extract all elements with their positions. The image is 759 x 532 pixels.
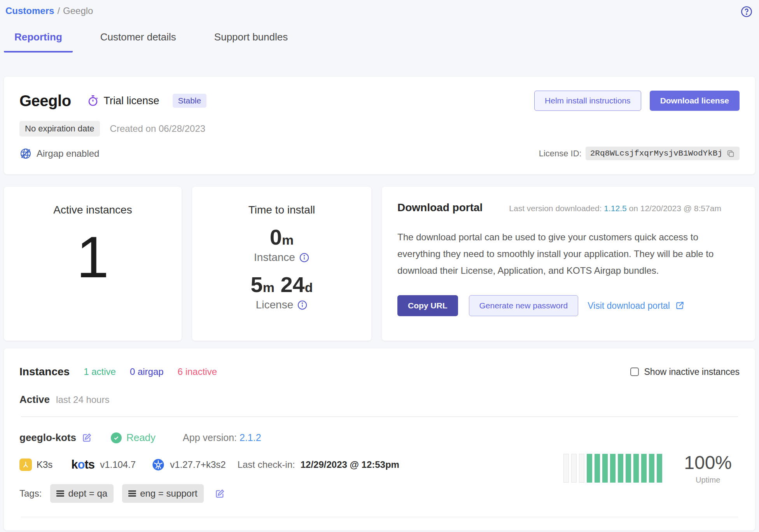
- status-text: Ready: [126, 432, 156, 444]
- uptime-value: 100%: [684, 452, 732, 473]
- active-group-title: Active: [19, 394, 50, 406]
- app-version-link[interactable]: 2.1.2: [240, 432, 261, 443]
- last-checkin-value: 12/29/2023 @ 12:53pm: [301, 459, 399, 470]
- visit-download-portal-link[interactable]: Visit download portal: [588, 301, 685, 311]
- ready-check-icon: [111, 432, 122, 443]
- tag-eng-support[interactable]: eng = support: [122, 484, 203, 503]
- license-info-icon[interactable]: [297, 300, 308, 310]
- last-version-link[interactable]: 1.12.5: [604, 204, 626, 213]
- instances-card: Instances 1 active 0 airgap 6 inactive S…: [4, 348, 755, 530]
- top-bar: Customers/Geeglo: [0, 0, 759, 18]
- tab-reporting[interactable]: Reporting: [4, 31, 73, 52]
- uptime-bar: [587, 454, 592, 483]
- kubernetes-icon: [152, 458, 164, 471]
- uptime-bar: [595, 454, 600, 483]
- show-inactive-toggle[interactable]: Show inactive instances: [630, 367, 740, 377]
- active-instances-count: 1: [77, 228, 109, 286]
- uptime-label: Uptime: [696, 476, 720, 485]
- show-inactive-label: Show inactive instances: [644, 367, 740, 377]
- uptime-bar: [657, 454, 662, 483]
- license-time-label: License: [256, 299, 294, 311]
- license-time-unit2: d: [305, 280, 313, 295]
- uptime-bar: [618, 454, 623, 483]
- last-version-suffix: on 12/20/2023 @ 8:57am: [627, 204, 721, 213]
- distribution-name: K3s: [37, 459, 52, 470]
- license-time-value2: 24: [280, 272, 304, 297]
- show-inactive-checkbox[interactable]: [630, 368, 639, 376]
- copy-url-button[interactable]: Copy URL: [397, 295, 458, 316]
- instance-info-icon[interactable]: [299, 252, 310, 263]
- active-group-range: last 24 hours: [56, 394, 109, 405]
- license-type-label: Trial license: [104, 95, 159, 107]
- uptime-bars: [563, 454, 662, 483]
- uptime-block: 100% Uptime: [563, 433, 740, 503]
- customer-summary-card: Geeglo Trial license Stable Helm install…: [4, 77, 755, 174]
- external-link-icon: [675, 301, 685, 311]
- created-date: Created on 06/28/2023: [110, 123, 206, 134]
- uptime-bar: [602, 454, 608, 483]
- active-count[interactable]: 1 active: [84, 366, 116, 377]
- tags-label: Tags:: [19, 488, 42, 499]
- instance-time-unit: m: [282, 233, 294, 247]
- uptime-bar: [626, 454, 631, 483]
- uptime-bar: [571, 454, 577, 483]
- tab-bar: Reporting Customer details Support bundl…: [0, 18, 759, 52]
- instance-name: geeglo-kots: [19, 432, 76, 444]
- instance-time-value: 0: [270, 225, 282, 249]
- last-version-downloaded: Last version downloaded: 1.12.5 on 12/20…: [509, 204, 721, 213]
- instance-install-time: 0m Instance: [254, 216, 310, 264]
- airgap-globe-icon: [19, 147, 32, 160]
- tag-bars-icon: [128, 490, 136, 497]
- tab-support-bundles[interactable]: Support bundles: [204, 31, 298, 52]
- instance-row: geeglo-kots Ready App version: 2.1.2: [19, 432, 740, 503]
- tag-bars-icon: [56, 490, 64, 497]
- breadcrumb: Customers/Geeglo: [5, 5, 93, 16]
- tag-text: eng = support: [140, 488, 197, 499]
- helm-install-instructions-button[interactable]: Helm install instructions: [534, 91, 641, 111]
- last-version-label: Last version downloaded:: [509, 204, 602, 213]
- breadcrumb-current: Geeglo: [63, 5, 93, 16]
- expiration-badge: No expiration date: [19, 121, 100, 136]
- uptime-bar: [641, 454, 647, 483]
- uptime-bar: [633, 454, 639, 483]
- tag-text: dept = qa: [68, 488, 107, 499]
- license-id-value: 2Rq8WLcsjfxqrMysjvB1WodYkBj: [590, 149, 722, 158]
- breadcrumb-customers-link[interactable]: Customers: [5, 5, 54, 16]
- trial-timer-icon: [87, 94, 99, 107]
- edit-tags-icon[interactable]: [215, 488, 225, 499]
- active-instances-card: Active instances 1: [4, 187, 182, 341]
- tag-dept-qa[interactable]: dept = qa: [50, 484, 114, 503]
- breadcrumb-separator: /: [57, 5, 60, 16]
- uptime-bar: [563, 454, 569, 483]
- download-portal-title: Download portal: [397, 201, 483, 214]
- metrics-row: Active instances 1 Time to install 0m In…: [4, 187, 755, 341]
- visit-download-portal-label: Visit download portal: [588, 301, 670, 311]
- channel-badge: Stable: [173, 94, 207, 108]
- license-time-unit1: m: [263, 280, 275, 295]
- license-install-time: 5m 24d License: [250, 264, 313, 311]
- app-version-label: App version:: [183, 432, 237, 443]
- kots-logo: kots: [71, 458, 94, 472]
- license-type: Trial license: [87, 94, 159, 107]
- edit-instance-name-icon[interactable]: [82, 432, 92, 443]
- download-license-button[interactable]: Download license: [650, 91, 740, 111]
- download-portal-description: The download portal can be used to give …: [397, 229, 740, 279]
- airgap-enabled-label: Airgap enabled: [37, 148, 99, 159]
- kots-version: v1.104.7: [100, 459, 136, 470]
- uptime-bar: [649, 454, 654, 483]
- customer-name: Geeglo: [19, 92, 71, 110]
- active-instances-title: Active instances: [53, 204, 132, 216]
- uptime-bar: [610, 454, 616, 483]
- copy-icon[interactable]: [726, 149, 735, 158]
- inactive-count[interactable]: 6 inactive: [178, 366, 217, 377]
- airgap-count[interactable]: 0 airgap: [130, 366, 164, 377]
- tab-customer-details[interactable]: Customer details: [90, 31, 187, 52]
- license-id-pill: 2Rq8WLcsjfxqrMysjvB1WodYkBj: [586, 147, 740, 160]
- k3s-icon: [19, 458, 32, 471]
- divider: [21, 416, 738, 417]
- k8s-version: v1.27.7+k3s2: [170, 459, 226, 470]
- generate-new-password-button[interactable]: Generate new password: [469, 295, 579, 316]
- status-badge: Ready: [111, 432, 156, 444]
- instance-time-label: Instance: [254, 251, 295, 264]
- help-icon[interactable]: [740, 5, 753, 18]
